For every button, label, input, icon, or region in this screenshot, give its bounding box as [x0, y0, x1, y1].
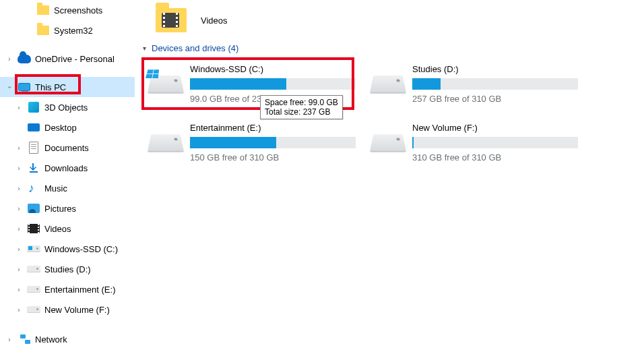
nav-label: Network [35, 334, 67, 345]
chevron-right-icon[interactable]: › [15, 205, 23, 212]
folder-label: Videos [201, 16, 228, 26]
navigation-tree: ›Screenshots›System32›OneDrive - Persona… [0, 0, 135, 354]
drive-usage-bar [412, 137, 578, 148]
nav-item-entertainment-e-[interactable]: ›Entertainment (E:) [0, 279, 135, 299]
network-icon [18, 332, 31, 346]
nav-item-screenshots[interactable]: ›Screenshots [0, 0, 135, 20]
nav-label: Downloads [44, 163, 88, 173]
chevron-down-icon[interactable]: › [6, 83, 13, 91]
drive-icon [147, 67, 185, 99]
drive-icon [27, 303, 40, 316]
drive-tile[interactable]: Studies (D:)257 GB free of 310 GB [364, 59, 586, 117]
nav-label: Documents [44, 143, 89, 153]
drive-free-text: 150 GB free of 310 GB [190, 148, 356, 163]
chevron-right-icon[interactable]: › [15, 286, 23, 293]
drive-free-text: 257 GB free of 310 GB [412, 90, 578, 104]
folder-icon [36, 3, 50, 17]
nav-label: Studies (D:) [44, 264, 91, 274]
music-icon: ♪ [27, 181, 40, 195]
nav-item-windows-ssd-c-[interactable]: ›Windows-SSD (C:) [0, 239, 135, 259]
section-title: Devices and drives (4) [152, 43, 238, 53]
nav-label: 3D Objects [44, 102, 88, 113]
nav-item-documents[interactable]: ›Documents [0, 138, 135, 158]
nav-item-system32[interactable]: ›System32 [0, 20, 135, 40]
documents-icon [27, 141, 40, 154]
chevron-right-icon[interactable]: › [15, 266, 23, 273]
this-pc-icon [18, 80, 31, 94]
drive-icon [369, 125, 407, 158]
nav-label: This PC [35, 82, 66, 92]
nav-label: Windows-SSD (C:) [44, 244, 118, 254]
nav-item-new-volume-f-[interactable]: ›New Volume (F:) [0, 299, 135, 320]
drives-container: Windows-SSD (C:)99.0 GB free of 237 GBSp… [141, 59, 637, 176]
chevron-right-icon[interactable]: › [15, 104, 23, 111]
drive-usage-bar [190, 78, 356, 90]
desktop-icon [27, 121, 40, 134]
chevron-right-icon[interactable]: › [15, 225, 23, 233]
nav-label: System32 [54, 26, 93, 36]
nav-item-pictures[interactable]: ›Pictures [0, 198, 135, 218]
nav-item-studies-d-[interactable]: ›Studies (D:) [0, 259, 135, 279]
3d-objects-icon [27, 100, 40, 114]
videos-icon [27, 222, 40, 235]
pictures-icon [27, 202, 40, 215]
chevron-right-icon[interactable]: › [15, 165, 23, 172]
drive-tooltip: Space free: 99.0 GBTotal size: 237 GB [260, 95, 343, 119]
nav-label: New Volume (F:) [44, 305, 110, 315]
chevron-down-icon: ▾ [143, 45, 146, 52]
nav-label: Desktop [44, 123, 77, 133]
drive-icon [369, 67, 407, 99]
drive-name: Windows-SSD (C:) [190, 63, 356, 78]
folder-icon [36, 24, 50, 37]
nav-item-music[interactable]: ›♪Music [0, 178, 135, 198]
nav-item-network[interactable]: ›Network [0, 329, 135, 349]
nav-item-onedrive-personal[interactable]: ›OneDrive - Personal [0, 49, 135, 69]
drive-icon [27, 242, 40, 256]
nav-label: Music [44, 183, 67, 194]
nav-label: Screenshots [54, 5, 102, 16]
drive-icon [147, 125, 185, 158]
nav-item-videos[interactable]: ›Videos [0, 218, 135, 239]
svg-rect-0 [30, 171, 38, 173]
drive-tile[interactable]: New Volume (F:)310 GB free of 310 GB [364, 117, 586, 176]
drive-free-text: 310 GB free of 310 GB [412, 148, 578, 163]
chevron-right-icon[interactable]: › [15, 306, 23, 314]
drive-usage-bar [412, 78, 578, 90]
folder-item-videos[interactable]: Videos [141, 0, 637, 40]
content-pane: Videos ▾ Devices and drives (4) Windows-… [135, 0, 644, 354]
drive-icon [27, 283, 40, 296]
chevron-right-icon[interactable]: › [15, 245, 23, 253]
nav-label: Videos [44, 224, 71, 234]
drive-tile[interactable]: Entertainment (E:)150 GB free of 310 GB [141, 117, 364, 176]
chevron-right-icon[interactable]: › [5, 55, 13, 63]
nav-item-desktop[interactable]: ›Desktop [0, 117, 135, 138]
chevron-right-icon[interactable]: › [15, 144, 23, 152]
drive-name: New Volume (F:) [412, 121, 578, 137]
drive-name: Studies (D:) [412, 63, 578, 78]
section-devices-drives[interactable]: ▾ Devices and drives (4) [141, 40, 637, 59]
chevron-right-icon[interactable]: › [15, 185, 23, 192]
chevron-right-icon[interactable]: › [5, 336, 13, 343]
drive-icon [27, 262, 40, 276]
nav-label: Pictures [44, 204, 76, 214]
nav-item-downloads[interactable]: ›Downloads [0, 158, 135, 178]
drive-tile[interactable]: Windows-SSD (C:)99.0 GB free of 237 GBSp… [141, 59, 364, 117]
nav-label: OneDrive - Personal [35, 54, 115, 64]
drive-usage-bar [190, 137, 356, 148]
drive-name: Entertainment (E:) [190, 121, 356, 137]
nav-item-3d-objects[interactable]: ›3D Objects [0, 97, 135, 117]
folder-icon [154, 5, 189, 35]
downloads-icon [27, 161, 40, 175]
onedrive-icon [18, 52, 31, 65]
nav-label: Entertainment (E:) [44, 285, 116, 295]
nav-item-this-pc[interactable]: ›This PC [0, 77, 135, 97]
